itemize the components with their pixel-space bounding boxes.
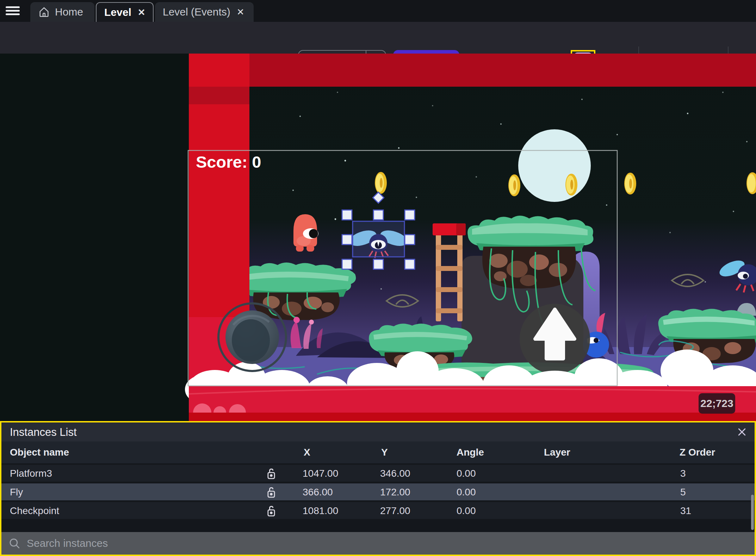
cell-z-order[interactable]: 5 — [680, 487, 686, 498]
cell-x[interactable]: 366.00 — [303, 487, 333, 498]
cell-angle[interactable]: 0.00 — [457, 505, 476, 517]
toolbar: Preview Publish — [0, 22, 756, 54]
fly-selected-instance[interactable] — [347, 221, 409, 258]
lock-icon[interactable] — [266, 468, 278, 480]
panel-title-bar: Instances List — [1, 422, 755, 441]
menu-icon[interactable] — [6, 5, 22, 17]
bottom-ground — [189, 386, 756, 421]
table-header: Object name X Y Angle Layer Z Order — [1, 441, 755, 463]
cell-object-name: Checkpoint — [10, 505, 59, 517]
cell-x[interactable]: 1081.00 — [303, 505, 338, 517]
scene-editor-canvas[interactable]: Score: 0 — [0, 54, 756, 421]
lock-icon[interactable] — [266, 505, 278, 517]
cell-y[interactable]: 346.00 — [380, 468, 410, 479]
resize-handle — [342, 210, 352, 220]
tab-bar: Home Level ✕ Level (Events) ✕ — [0, 0, 756, 22]
editor-window: Home Level ✕ Level (Events) ✕ — [0, 0, 756, 556]
cell-angle[interactable]: 0.00 — [457, 468, 476, 479]
resize-handle — [405, 259, 415, 269]
tab-home[interactable]: Home — [30, 2, 94, 22]
panel-title: Instances List — [10, 426, 77, 439]
resize-handle — [373, 210, 383, 220]
column-header-object-name[interactable]: Object name — [10, 447, 69, 458]
search-input[interactable] — [27, 537, 755, 549]
search-icon — [8, 537, 20, 549]
table-row-checkpoint[interactable]: Checkpoint 1081.00 277.00 0.00 31 — [1, 502, 755, 519]
moon[interactable] — [518, 129, 591, 202]
tab-level[interactable]: Level ✕ — [96, 2, 154, 22]
close-icon[interactable]: ✕ — [136, 6, 147, 19]
table-row-fly[interactable]: Fly 366.00 172.00 0.00 5 — [1, 483, 755, 500]
cell-y[interactable]: 172.00 — [380, 487, 410, 498]
search-bar — [1, 532, 755, 555]
table-row-platform3[interactable]: Platform3 1047.00 346.00 0.00 3 — [1, 465, 755, 482]
home-icon — [38, 6, 50, 18]
column-header-x[interactable]: X — [304, 447, 310, 458]
lock-icon[interactable] — [266, 487, 278, 499]
cell-x[interactable]: 1047.00 — [303, 468, 338, 479]
cursor-position-badge: 22;723 — [699, 393, 735, 414]
tab-level-events[interactable]: Level (Events) ✕ — [155, 2, 254, 22]
resize-handle — [405, 210, 415, 220]
cell-angle[interactable]: 0.00 — [457, 487, 476, 498]
cell-z-order[interactable]: 31 — [680, 505, 691, 517]
joystick-control[interactable] — [218, 303, 286, 371]
column-header-angle[interactable]: Angle — [457, 447, 484, 458]
tab-label: Home — [55, 6, 83, 18]
top-red-band[interactable] — [249, 54, 756, 87]
resize-handle — [405, 235, 415, 245]
cell-object-name: Platform3 — [10, 468, 52, 479]
coin — [375, 172, 387, 194]
panel-scrollbar[interactable] — [751, 495, 754, 530]
resize-handle — [373, 259, 383, 269]
jump-button[interactable] — [520, 304, 590, 374]
cell-y[interactable]: 277.00 — [380, 505, 410, 517]
coin — [565, 174, 577, 196]
score-text: Score: 0 — [196, 153, 261, 171]
column-header-layer[interactable]: Layer — [544, 447, 570, 458]
cell-z-order[interactable]: 3 — [680, 468, 686, 479]
close-icon — [737, 427, 747, 437]
cell-object-name: Fly — [10, 487, 23, 498]
column-header-z-order[interactable]: Z Order — [680, 447, 715, 458]
scene-svg[interactable]: Score: 0 — [0, 54, 756, 421]
player-character[interactable] — [293, 214, 318, 252]
coin — [508, 174, 520, 196]
coin — [624, 173, 636, 194]
instances-list-panel: Instances List Object name X Y Angle Lay… — [0, 421, 756, 556]
close-panel-button[interactable] — [736, 426, 748, 438]
resize-handle — [342, 259, 352, 269]
tab-label: Level — [104, 6, 131, 18]
close-icon[interactable]: ✕ — [235, 6, 246, 18]
tab-label: Level (Events) — [163, 6, 230, 18]
canvas-left-margin — [0, 54, 189, 421]
column-header-y[interactable]: Y — [381, 447, 388, 458]
resize-handle — [342, 235, 352, 245]
